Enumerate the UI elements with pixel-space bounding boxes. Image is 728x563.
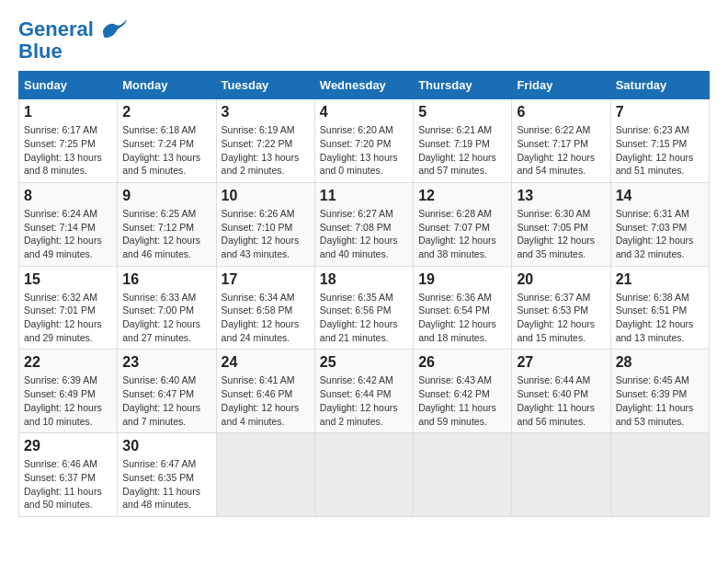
calendar-week-row: 15 Sunrise: 6:32 AM Sunset: 7:01 PM Dayl… xyxy=(19,266,710,350)
sunset-label: Sunset: 7:17 PM xyxy=(517,138,588,149)
sunset-label: Sunset: 7:01 PM xyxy=(24,304,96,316)
day-number: 20 xyxy=(517,271,605,288)
day-number: 5 xyxy=(418,104,506,121)
day-number: 30 xyxy=(122,438,210,454)
daylight-label: Daylight: 11 hours and 48 minutes. xyxy=(122,486,200,511)
daylight-label: Daylight: 12 hours and 24 minutes. xyxy=(222,318,300,343)
calendar-table: Sunday Monday Tuesday Wednesday Thursday… xyxy=(18,71,710,517)
daylight-label: Daylight: 12 hours and 54 minutes. xyxy=(517,152,595,177)
table-row: 21 Sunrise: 6:38 AM Sunset: 6:51 PM Dayl… xyxy=(610,266,709,350)
sunset-label: Sunset: 7:24 PM xyxy=(122,138,194,149)
day-number: 15 xyxy=(24,271,112,288)
sunset-label: Sunset: 6:44 PM xyxy=(320,388,392,399)
day-info: Sunrise: 6:27 AM Sunset: 7:08 PM Dayligh… xyxy=(320,207,408,261)
day-info: Sunrise: 6:38 AM Sunset: 6:51 PM Dayligh… xyxy=(616,291,704,345)
sunset-label: Sunset: 6:40 PM xyxy=(517,388,588,399)
sunset-label: Sunset: 7:25 PM xyxy=(24,138,96,149)
table-row: 6 Sunrise: 6:22 AM Sunset: 7:17 PM Dayli… xyxy=(512,99,610,183)
sunrise-label: Sunrise: 6:33 AM xyxy=(122,292,196,303)
day-number: 29 xyxy=(24,438,112,454)
sunrise-label: Sunrise: 6:42 AM xyxy=(320,374,393,385)
sunset-label: Sunset: 6:46 PM xyxy=(222,388,293,399)
sunset-label: Sunset: 7:08 PM xyxy=(320,222,392,233)
day-number: 27 xyxy=(517,354,605,371)
table-row xyxy=(512,433,610,517)
daylight-label: Daylight: 12 hours and 51 minutes. xyxy=(616,152,694,177)
sunset-label: Sunset: 7:15 PM xyxy=(616,138,688,149)
daylight-label: Daylight: 12 hours and 18 minutes. xyxy=(418,318,496,343)
day-number: 21 xyxy=(616,271,704,288)
day-number: 4 xyxy=(320,104,408,121)
table-row: 5 Sunrise: 6:21 AM Sunset: 7:19 PM Dayli… xyxy=(414,99,512,183)
sunrise-label: Sunrise: 6:34 AM xyxy=(222,292,295,303)
daylight-label: Daylight: 12 hours and 15 minutes. xyxy=(517,318,595,343)
sunset-label: Sunset: 7:19 PM xyxy=(418,138,490,149)
daylight-label: Daylight: 13 hours and 5 minutes. xyxy=(122,152,200,177)
sunrise-label: Sunrise: 6:24 AM xyxy=(24,208,97,219)
table-row xyxy=(314,433,413,517)
day-info: Sunrise: 6:30 AM Sunset: 7:05 PM Dayligh… xyxy=(517,207,605,261)
day-info: Sunrise: 6:44 AM Sunset: 6:40 PM Dayligh… xyxy=(517,373,605,428)
sunset-label: Sunset: 7:22 PM xyxy=(222,138,293,149)
table-row: 7 Sunrise: 6:23 AM Sunset: 7:15 PM Dayli… xyxy=(610,99,709,183)
sunrise-label: Sunrise: 6:30 AM xyxy=(517,208,590,219)
daylight-label: Daylight: 12 hours and 27 minutes. xyxy=(122,318,200,343)
sunset-label: Sunset: 6:53 PM xyxy=(517,304,588,316)
day-info: Sunrise: 6:47 AM Sunset: 6:35 PM Dayligh… xyxy=(122,457,210,511)
day-number: 2 xyxy=(122,104,210,121)
sunrise-label: Sunrise: 6:25 AM xyxy=(122,208,196,219)
day-number: 13 xyxy=(517,188,605,204)
sunrise-label: Sunrise: 6:28 AM xyxy=(418,208,492,219)
day-number: 18 xyxy=(320,271,408,288)
day-info: Sunrise: 6:18 AM Sunset: 7:24 PM Dayligh… xyxy=(122,123,210,178)
table-row: 19 Sunrise: 6:36 AM Sunset: 6:54 PM Dayl… xyxy=(414,266,512,350)
table-row xyxy=(610,433,709,517)
sunset-label: Sunset: 6:42 PM xyxy=(418,388,490,399)
table-row: 10 Sunrise: 6:26 AM Sunset: 7:10 PM Dayl… xyxy=(216,182,314,266)
table-row: 29 Sunrise: 6:46 AM Sunset: 6:37 PM Dayl… xyxy=(19,433,118,517)
daylight-label: Daylight: 12 hours and 57 minutes. xyxy=(418,152,496,177)
daylight-label: Daylight: 12 hours and 32 minutes. xyxy=(616,235,694,259)
table-row: 25 Sunrise: 6:42 AM Sunset: 6:44 PM Dayl… xyxy=(314,350,413,433)
sunset-label: Sunset: 6:49 PM xyxy=(24,388,96,399)
day-number: 16 xyxy=(122,271,210,288)
logo-bird-icon xyxy=(101,19,127,41)
col-sunday: Sunday xyxy=(19,72,118,99)
day-info: Sunrise: 6:22 AM Sunset: 7:17 PM Dayligh… xyxy=(517,123,605,178)
daylight-label: Daylight: 12 hours and 13 minutes. xyxy=(616,318,694,343)
day-info: Sunrise: 6:17 AM Sunset: 7:25 PM Dayligh… xyxy=(24,123,112,178)
col-monday: Monday xyxy=(118,72,216,99)
sunrise-label: Sunrise: 6:26 AM xyxy=(222,208,295,219)
logo-text-blue: Blue xyxy=(18,41,127,62)
sunrise-label: Sunrise: 6:45 AM xyxy=(616,374,689,385)
sunrise-label: Sunrise: 6:18 AM xyxy=(122,124,196,135)
sunrise-label: Sunrise: 6:41 AM xyxy=(222,374,295,385)
day-info: Sunrise: 6:25 AM Sunset: 7:12 PM Dayligh… xyxy=(122,207,210,261)
logo: General Blue xyxy=(18,18,127,62)
calendar-header-row: Sunday Monday Tuesday Wednesday Thursday… xyxy=(19,72,710,99)
table-row: 14 Sunrise: 6:31 AM Sunset: 7:03 PM Dayl… xyxy=(610,182,709,266)
sunrise-label: Sunrise: 6:20 AM xyxy=(320,124,393,135)
sunset-label: Sunset: 6:37 PM xyxy=(24,472,96,483)
daylight-label: Daylight: 12 hours and 40 minutes. xyxy=(320,235,398,259)
day-number: 26 xyxy=(418,354,506,371)
sunrise-label: Sunrise: 6:39 AM xyxy=(24,374,97,385)
sunset-label: Sunset: 6:39 PM xyxy=(616,388,688,399)
calendar-week-row: 8 Sunrise: 6:24 AM Sunset: 7:14 PM Dayli… xyxy=(19,182,710,266)
day-info: Sunrise: 6:19 AM Sunset: 7:22 PM Dayligh… xyxy=(222,123,310,178)
day-info: Sunrise: 6:41 AM Sunset: 6:46 PM Dayligh… xyxy=(222,373,310,428)
col-saturday: Saturday xyxy=(610,72,709,99)
table-row: 22 Sunrise: 6:39 AM Sunset: 6:49 PM Dayl… xyxy=(19,350,118,433)
daylight-label: Daylight: 11 hours and 56 minutes. xyxy=(517,402,595,427)
table-row: 23 Sunrise: 6:40 AM Sunset: 6:47 PM Dayl… xyxy=(118,350,216,433)
day-number: 8 xyxy=(24,188,112,204)
sunset-label: Sunset: 6:51 PM xyxy=(616,304,688,316)
sunset-label: Sunset: 7:14 PM xyxy=(24,222,96,233)
daylight-label: Daylight: 12 hours and 2 minutes. xyxy=(320,402,398,427)
daylight-label: Daylight: 11 hours and 59 minutes. xyxy=(418,402,496,427)
sunset-label: Sunset: 7:12 PM xyxy=(122,222,194,233)
sunset-label: Sunset: 6:58 PM xyxy=(222,304,293,316)
day-number: 7 xyxy=(616,104,704,121)
daylight-label: Daylight: 12 hours and 35 minutes. xyxy=(517,235,595,259)
daylight-label: Daylight: 12 hours and 38 minutes. xyxy=(418,235,496,259)
